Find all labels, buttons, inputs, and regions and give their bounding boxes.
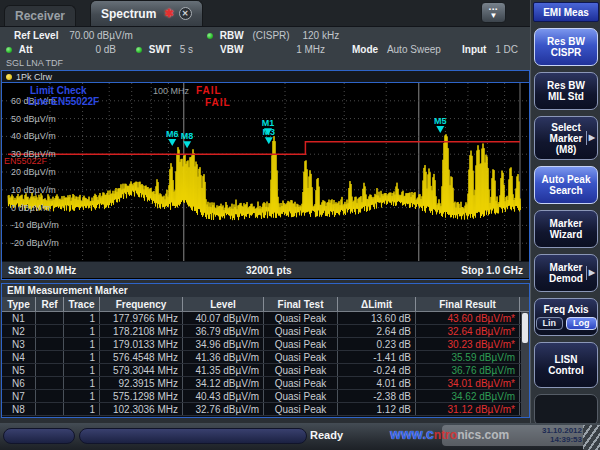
softkey-label: Freq Axis <box>543 304 588 315</box>
toggle-log[interactable]: Log <box>566 317 597 330</box>
cell-frequency: 179.0133 MHz <box>100 338 183 350</box>
sweep-flags: SGL LNA TDF <box>6 58 63 68</box>
softkey-blank[interactable] <box>534 394 598 426</box>
cell-level: 41.36 dBµV/m <box>183 351 264 363</box>
softkey-label: Control <box>548 365 584 376</box>
softkey-label: Res BW <box>547 80 585 91</box>
trace-label: 1Pk Clrw <box>16 72 52 82</box>
marker-M6[interactable] <box>168 139 176 146</box>
col-header-final_result: Final Result <box>416 297 520 311</box>
spectrum-analyzer-screen: Receiver Spectrum ✱ ✕ ▪▪▪ ▼ Ref Level 70… <box>0 0 600 450</box>
cell-dlimit: 2.64 dB <box>338 325 416 337</box>
cell-trace: 1 <box>64 325 100 337</box>
tab-bar: Receiver Spectrum ✱ ✕ ▪▪▪ ▼ <box>0 0 530 26</box>
mode-value: Auto Sweep <box>387 44 441 55</box>
marker-label-M5: M5 <box>434 116 447 126</box>
cell-final_result: 30.23 dBµV/m* <box>416 338 520 350</box>
mode-field[interactable]: Mode Auto Sweep <box>352 44 441 55</box>
softkey-label: MIL Std <box>548 91 584 102</box>
cell-trace: 1 <box>64 390 100 402</box>
cell-type: N4 <box>2 351 36 363</box>
swt-value: 5 s <box>180 44 193 55</box>
cell-level: 34.96 dBµV/m <box>183 338 264 350</box>
col-header-level: Level <box>183 297 264 311</box>
scrollbar-thumb[interactable] <box>522 313 528 343</box>
vbw-field[interactable]: VBW 1 MHz <box>220 44 325 55</box>
table-row-N3[interactable]: N31179.0133 MHz34.96 dBµV/mQuasi Peak0.2… <box>2 338 529 351</box>
cell-frequency: 102.3036 MHz <box>100 403 183 415</box>
softkey-marker-wizard[interactable]: MarkerWizard <box>534 210 598 248</box>
close-tab-icon[interactable]: ✕ <box>179 7 192 20</box>
rbw-note: (CISPR) <box>252 30 289 41</box>
resize-grip-icon <box>583 425 600 450</box>
cell-final_test: Quasi Peak <box>264 377 338 389</box>
softkey-label: Select <box>551 122 580 133</box>
table-row-N1[interactable]: N11177.9766 MHz40.07 dBµV/mQuasi Peak13.… <box>2 312 529 325</box>
table-scrollbar[interactable] <box>521 312 529 417</box>
softkey-resbw-milstd[interactable]: Res BWMIL Std <box>534 72 598 110</box>
input-field[interactable]: Input 1 DC <box>462 44 518 55</box>
cell-trace: 1 <box>64 403 100 415</box>
att-field[interactable]: Att 0 dB <box>6 44 116 55</box>
stop-frequency: Stop 1.0 GHz <box>461 265 523 276</box>
softkey-label: CISPR <box>551 47 582 58</box>
cell-frequency: 579.3044 MHz <box>100 364 183 376</box>
table-row-N7[interactable]: N71575.1298 MHz40.43 dBµV/mQuasi Peak-2.… <box>2 390 529 403</box>
softkey-autopeak-search[interactable]: Auto PeakSearch <box>534 166 598 204</box>
rbw-label: RBW <box>220 30 244 41</box>
tab-spectrum[interactable]: Spectrum ✱ ✕ <box>90 0 203 26</box>
cell-trace: 1 <box>64 338 100 350</box>
table-row-N8[interactable]: N81102.3036 MHz32.76 dBµV/mQuasi Peak1.1… <box>2 403 529 416</box>
marker-M8[interactable] <box>183 141 191 148</box>
marker-label-M3: M3 <box>263 127 276 137</box>
table-row-N4[interactable]: N41576.4548 MHz41.36 dBµV/mQuasi Peak-1.… <box>2 351 529 364</box>
softkey-label: Wizard <box>550 229 583 240</box>
softkey-resbw-cispr[interactable]: Res BWCISPR <box>534 28 598 66</box>
table-row-N5[interactable]: N51579.3044 MHz41.35 dBµV/mQuasi Peak-0.… <box>2 364 529 377</box>
cell-ref <box>36 390 64 402</box>
unsaved-changes-icon: ✱ <box>164 7 173 20</box>
cell-dlimit: 0.23 dB <box>338 338 416 350</box>
cell-final_test: Quasi Peak <box>264 390 338 402</box>
softkey-label: Marker <box>550 218 583 229</box>
spectrum-plot[interactable]: M6M8M1M3M5 60 dBµV/m50 dBµV/m40 dBµV/m30… <box>2 83 529 261</box>
cell-trace: 1 <box>64 364 100 376</box>
cell-type: N3 <box>2 338 36 350</box>
tab-receiver[interactable]: Receiver <box>4 5 76 26</box>
display-menu-button[interactable]: ▪▪▪ ▼ <box>481 2 506 23</box>
vbw-value: 1 MHz <box>296 44 325 55</box>
att-led-icon <box>6 47 12 53</box>
cell-ref <box>36 364 64 376</box>
watermark-www: www.c <box>390 426 434 442</box>
softkey-select-marker-m8[interactable]: SelectMarker(M8)▶ <box>534 116 598 160</box>
settings-readout: Ref Level 70.00 dBµV/m RBW (CISPR) 120 k… <box>0 26 530 72</box>
rbw-field[interactable]: RBW (CISPR) 120 kHz <box>207 30 339 41</box>
spectrum-trace <box>8 134 521 220</box>
marker-M5[interactable] <box>436 126 444 133</box>
cell-final_result: 34.62 dBµV/m <box>416 390 520 402</box>
cell-type: N5 <box>2 364 36 376</box>
input-label: Input <box>462 44 486 55</box>
cell-dlimit: -0.24 dB <box>338 364 416 376</box>
cell-type: N7 <box>2 390 36 402</box>
spectrum-canvas: M6M8M1M3M5 <box>2 83 529 261</box>
softkey-marker-demod[interactable]: MarkerDemod▶ <box>534 254 598 292</box>
start-frequency: Start 30.0 MHz <box>8 265 76 276</box>
cell-dlimit: -1.41 dB <box>338 351 416 363</box>
cell-type: N1 <box>2 312 36 324</box>
col-header-final_test: Final Test <box>264 297 338 311</box>
cell-level: 32.76 dBµV/m <box>183 403 264 415</box>
softkey-freqaxis[interactable]: Freq AxisLinLog <box>534 298 598 336</box>
ref-level-field[interactable]: Ref Level 70.00 dBµV/m <box>14 30 133 41</box>
trace-info-bar[interactable]: 1Pk Clrw <box>2 71 529 83</box>
cell-level: 40.43 dBµV/m <box>183 390 264 402</box>
toggle-lin[interactable]: Lin <box>536 317 564 330</box>
table-row-N6[interactable]: N6192.3915 MHz34.12 dBµV/mQuasi Peak4.01… <box>2 377 529 390</box>
cell-ref <box>36 377 64 389</box>
cell-final_result: 43.60 dBµV/m* <box>416 312 520 324</box>
softkey-lisn-control[interactable]: LISNControl <box>534 342 598 388</box>
swt-field[interactable]: SWT 5 s <box>136 44 193 55</box>
cell-frequency: 178.2108 MHz <box>100 325 183 337</box>
marker-M3[interactable] <box>265 137 273 144</box>
table-row-N2[interactable]: N21178.2108 MHz36.79 dBµV/mQuasi Peak2.6… <box>2 325 529 338</box>
